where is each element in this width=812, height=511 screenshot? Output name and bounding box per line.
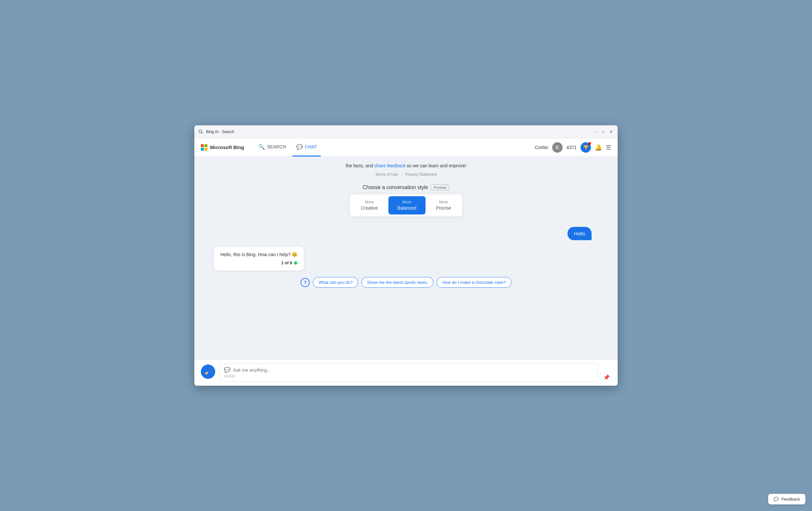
style-label-text: Choose a conversation style [363,184,428,190]
counter-text: 1 of 6 [281,260,292,265]
balanced-sub: More [402,200,411,205]
suggestion-2-text: Show me the latest sports news. [367,280,428,285]
creative-sub: More [365,200,374,205]
bot-message: Hello, this is Bing. How can I help? 😊 1… [214,247,598,270]
bot-bubble: Hello, this is Bing. How can I help? 😊 1… [214,247,304,270]
minimize-button[interactable]: − [593,129,598,134]
precise-main: Precise [436,205,451,212]
chat-input[interactable] [233,367,593,373]
user-points: 4371 [567,145,577,150]
pin-icon: 📌 [603,374,610,380]
conversation-style-section: Choose a conversation style Preview More… [214,184,598,216]
window-title: Bing AI - Search [206,129,593,134]
share-feedback-link[interactable]: share feedback [374,163,406,168]
svg-line-1 [202,132,203,134]
sweep-icon: 🧹 [204,368,212,375]
user-name: Corbin [535,145,548,150]
info-text-part1: the facts, and [346,163,373,168]
microsoft-logo-icon [201,144,207,151]
info-links: Terms of Use | Privacy Statement [214,172,598,177]
window-controls: − □ ✕ [593,129,614,134]
style-creative-button[interactable]: More Creative [352,196,387,214]
feedback-icon: 💬 [774,497,779,502]
feedback-button[interactable]: 💬 Feedback [768,494,806,505]
balanced-main: Balanced [398,205,416,212]
nav-right: Corbin C 4371 🏆 🔔 ☰ [535,142,611,153]
style-precise-button[interactable]: More Precise [427,196,460,214]
chat-tab-icon: 💬 [296,144,303,150]
input-wrapper: 💬 0/2000 [219,363,598,382]
notification-dot [588,142,591,145]
search-tab-label: SEARCH [267,144,286,149]
pin-button[interactable]: 📌 [602,373,611,382]
precise-sub: More [439,200,448,205]
chat-tab-label: CHAT [305,144,317,149]
brand-name: Microsoft Bing [210,145,244,150]
info-text: the facts, and share feedback so we can … [214,163,598,168]
avatar-initial: C [556,145,559,150]
bing-logo[interactable]: Microsoft Bing [201,144,244,151]
user-message: Hello [214,227,598,240]
search-icon [198,129,203,134]
svg-point-0 [199,130,202,133]
tab-chat[interactable]: 💬 CHAT [292,138,321,156]
preview-badge: Preview [431,184,449,190]
privacy-statement-link[interactable]: Privacy Statement [405,172,437,177]
bot-counter: 1 of 6 [221,260,297,265]
suggestion-1[interactable]: What can you do? [313,277,358,288]
link-separator: | [401,172,402,177]
question-mark: ? [304,280,307,285]
nav-bar: Microsoft Bing 🔍 SEARCH 💬 CHAT Corbin C … [194,138,618,156]
style-balanced-button[interactable]: More Balanced [388,196,426,214]
menu-icon[interactable]: ☰ [606,144,611,151]
style-label: Choose a conversation style Preview [363,184,449,190]
suggestions-row: ? What can you do? Show me the latest sp… [214,277,598,288]
search-tab-icon: 🔍 [259,144,265,150]
input-row: 💬 [224,367,593,373]
close-button[interactable]: ✕ [609,129,614,134]
bot-message-text: Hello, this is Bing. How can I help? 😊 [221,252,297,257]
main-content: the facts, and share feedback so we can … [194,156,618,359]
input-area: 🧹 💬 0/2000 📌 [194,359,618,386]
title-bar: Bing AI - Search − □ ✕ [194,125,618,138]
avatar[interactable]: C [552,142,562,153]
user-message-text: Hello [574,231,585,236]
status-dot [294,261,297,265]
char-count: 0/2000 [224,374,593,378]
creative-main: Creative [361,205,378,212]
info-text-part2: so we can learn and improve! [407,163,466,168]
suggestion-3[interactable]: How do I make a chocolate cake? [437,277,511,288]
bell-icon[interactable]: 🔔 [595,144,602,151]
maximize-button[interactable]: □ [601,129,606,134]
suggestion-3-text: How do I make a chocolate cake? [442,280,505,285]
nav-tabs: 🔍 SEARCH 💬 CHAT [255,138,535,156]
feedback-label: Feedback [781,497,800,502]
app-window: Bing AI - Search − □ ✕ Microsoft Bing 🔍 … [194,125,618,386]
tab-search[interactable]: 🔍 SEARCH [255,138,290,156]
style-buttons: More Creative More Balanced More Precise [350,194,462,216]
question-icon: ? [300,278,310,287]
user-bubble: Hello [568,227,591,240]
suggestion-1-text: What can you do? [318,280,353,285]
chat-input-icon: 💬 [224,367,231,373]
suggestion-2[interactable]: Show me the latest sports news. [361,277,433,288]
badge-icon[interactable]: 🏆 [581,142,591,153]
terms-of-use-link[interactable]: Terms of Use [375,172,398,177]
sweep-button[interactable]: 🧹 [201,364,215,379]
